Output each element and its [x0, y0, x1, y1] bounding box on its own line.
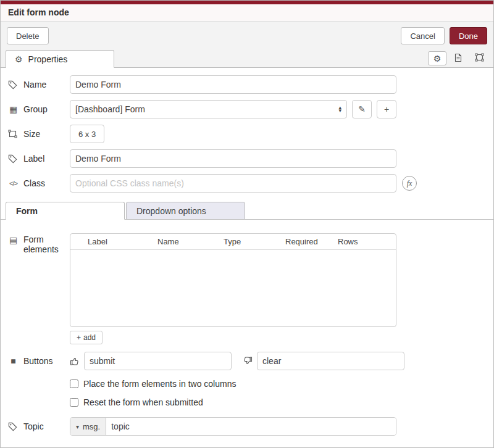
dialog-header: Edit form node [1, 4, 493, 22]
plus-icon: + [384, 104, 389, 114]
appearance-tab-button[interactable] [470, 51, 488, 65]
tag-icon [8, 422, 19, 431]
plus-icon: + [77, 333, 81, 342]
dialog-title: Edit form node [8, 7, 69, 17]
thumbs-down-icon [243, 356, 253, 366]
tab-properties-label: Properties [28, 54, 68, 64]
form-elements-label: ▤ Form elements [8, 233, 70, 254]
select-arrows-icon: ▴▾ [338, 106, 341, 112]
class-input[interactable] [70, 174, 396, 193]
topic-input[interactable] [106, 418, 396, 435]
topic-field-row: Topic ▾ msg. [8, 417, 486, 436]
properties-panel: Name ▦ Group [Dashboard] Form ▴▾ ✎ + [1, 68, 493, 447]
group-field-row: ▦ Group [Dashboard] Form ▴▾ ✎ + [8, 100, 486, 118]
caret-down-icon: ▾ [76, 423, 79, 430]
form-elements-header: Label Name Type Required Rows [70, 234, 396, 250]
class-field-label: </> Class [8, 178, 70, 188]
editor-tabbar: ⚙ Properties ⚙ [1, 50, 493, 68]
group-select[interactable]: [Dashboard] Form ▴▾ [70, 100, 347, 118]
label-field-row: Label [8, 149, 486, 168]
reset-option-row: Reset the form when submitted [70, 397, 486, 407]
name-field-row: Name [8, 75, 486, 94]
group-select-value: [Dashboard] Form [75, 104, 145, 114]
pencil-icon: ✎ [358, 104, 366, 114]
subtab-dropdown-options[interactable]: Dropdown options [126, 202, 245, 220]
properties-tab-button[interactable]: ⚙ [428, 51, 446, 65]
code-icon: </> [8, 180, 19, 187]
size-field-label: Size [8, 129, 70, 139]
class-field-row: </> Class fx [8, 174, 486, 193]
size-icon [8, 130, 19, 138]
topic-type-button[interactable]: ▾ msg. [70, 418, 106, 435]
table-icon: ▦ [8, 105, 19, 114]
name-field-label: Name [8, 80, 70, 89]
topic-type-label: msg. [83, 422, 100, 431]
column-header-rows: Rows [338, 237, 358, 246]
buttons-field-label: ■ Buttons [8, 356, 70, 366]
tab-tools: ⚙ [428, 51, 488, 67]
gear-icon: ⚙ [15, 54, 23, 64]
two-columns-checkbox[interactable] [70, 380, 78, 388]
form-elements-list: Label Name Type Required Rows [70, 233, 396, 327]
object-group-icon [475, 53, 484, 64]
submit-button-label-input[interactable] [84, 352, 232, 370]
two-columns-label: Place the form elements in two columns [83, 379, 236, 389]
thumbs-up-icon [70, 356, 80, 366]
two-columns-option-row: Place the form elements in two columns [70, 379, 486, 389]
name-input[interactable] [70, 75, 396, 94]
tab-properties[interactable]: ⚙ Properties [6, 50, 114, 68]
cancel-button[interactable]: Cancel [401, 27, 444, 44]
tag-icon [8, 154, 19, 164]
form-list-icon: ▤ [8, 236, 19, 244]
gear-icon: ⚙ [433, 54, 442, 64]
group-field-label: ▦ Group [8, 104, 70, 114]
column-header-name: Name [157, 237, 224, 246]
form-subtabs: Form Dropdown options [1, 201, 493, 220]
done-button[interactable]: Done [450, 27, 487, 44]
document-icon [454, 53, 463, 64]
buttons-field-row: ■ Buttons [8, 352, 486, 370]
reset-form-label: Reset the form when submitted [83, 397, 203, 407]
dialog-toolbar: Delete Cancel Done [1, 22, 493, 50]
square-icon: ■ [8, 357, 19, 365]
size-button[interactable]: 6 x 3 [70, 125, 104, 143]
subtab-form[interactable]: Form [6, 202, 125, 220]
add-group-button[interactable]: + [377, 100, 396, 118]
edit-group-button[interactable]: ✎ [352, 100, 372, 118]
delete-button[interactable]: Delete [7, 27, 49, 44]
tag-icon [8, 80, 19, 89]
reset-form-checkbox[interactable] [70, 398, 78, 407]
edit-form-node-dialog: Edit form node Delete Cancel Done ⚙ Prop… [0, 0, 494, 448]
column-header-required: Required [285, 237, 338, 246]
topic-field-label: Topic [8, 421, 70, 431]
label-field-label: Label [8, 154, 70, 164]
column-header-label: Label [88, 237, 157, 246]
topic-typed-input: ▾ msg. [70, 417, 396, 436]
clear-button-label-input[interactable] [257, 352, 404, 370]
size-field-row: Size 6 x 3 [8, 125, 486, 143]
fx-expand-button[interactable]: fx [402, 176, 417, 191]
column-header-type: Type [224, 237, 285, 246]
description-tab-button[interactable] [449, 51, 467, 65]
add-element-button[interactable]: + add [70, 331, 103, 344]
form-elements-row: ▤ Form elements Label Name Type Required… [8, 233, 486, 344]
label-input[interactable] [70, 149, 396, 168]
